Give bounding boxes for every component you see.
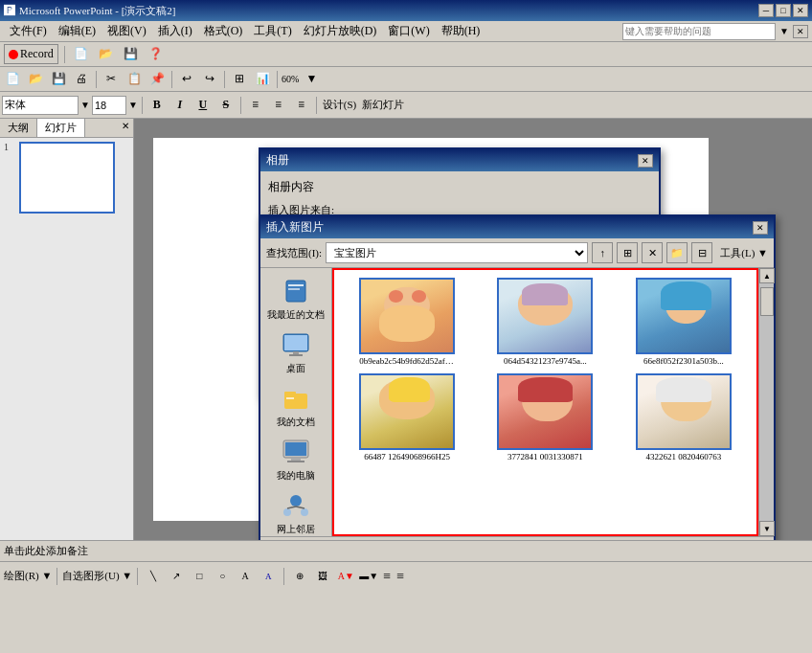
new-tb-button[interactable]: 📄: [2, 69, 23, 90]
dialog-file-close[interactable]: ✕: [753, 221, 768, 235]
tools-menu[interactable]: 工具(L) ▼: [720, 246, 768, 260]
new-folder-button[interactable]: 📁: [666, 242, 688, 263]
svg-rect-6: [289, 354, 303, 356]
view-button[interactable]: ⊟: [691, 242, 712, 263]
undo-button[interactable]: ↩: [176, 69, 197, 90]
menu-window[interactable]: 窗口(W): [382, 21, 435, 41]
nav-back-button[interactable]: ⊞: [617, 242, 638, 263]
svg-rect-1: [288, 284, 304, 286]
draw-menu[interactable]: 绘图(R) ▼: [4, 569, 52, 583]
menu-insert[interactable]: 插入(I): [152, 21, 198, 41]
slide-item-1[interactable]: 1: [4, 142, 129, 214]
maximize-button[interactable]: □: [776, 4, 791, 17]
file-item-2[interactable]: 064d54321237e9745a...: [480, 278, 610, 366]
cut-button[interactable]: ✂: [101, 69, 122, 90]
diagram-tool[interactable]: ⊕: [289, 566, 310, 587]
close-button[interactable]: ✕: [793, 4, 808, 17]
nav-up-button[interactable]: ↑: [592, 242, 613, 263]
clipart-tool[interactable]: 🖼: [312, 566, 333, 587]
slide-preview-1[interactable]: [19, 142, 115, 214]
align-center-button[interactable]: ≡: [268, 96, 289, 115]
format-toolbar: ▼ ▼ B I U S ≡ ≡ ≡ 设计(S) 新幻灯片: [0, 92, 812, 119]
mycomp-label: 我的电脑: [277, 469, 315, 483]
redo-button[interactable]: ↪: [199, 69, 220, 90]
delete-button[interactable]: ✕: [642, 242, 663, 263]
new-file-button[interactable]: 📄: [71, 44, 92, 65]
file-item-4[interactable]: 66487 12649068966H25: [342, 373, 472, 462]
chart-button[interactable]: 📊: [252, 69, 273, 90]
underline-button[interactable]: U: [192, 96, 214, 115]
location-select[interactable]: 宝宝图片: [326, 242, 588, 263]
scroll-up-arrow[interactable]: ▲: [759, 268, 775, 283]
autoshapes-menu[interactable]: 自选图形(U) ▼: [62, 569, 132, 583]
file-name-3: 66e8f052f2301a503b...: [643, 356, 724, 366]
align-tool[interactable]: ≡: [383, 569, 391, 584]
mydocs-label: 我的文档: [277, 416, 315, 429]
minimize-button[interactable]: ─: [758, 4, 774, 17]
menu-edit[interactable]: 编辑(E): [53, 21, 102, 41]
sidebar-network[interactable]: 网上邻居: [277, 490, 315, 536]
strike-button[interactable]: S: [215, 96, 237, 115]
help-close-button[interactable]: ✕: [793, 25, 808, 38]
font-name-input[interactable]: [2, 96, 79, 115]
menu-slideshow[interactable]: 幻灯片放映(D): [298, 21, 383, 41]
svg-rect-9: [286, 397, 294, 399]
menu-help[interactable]: 帮助(H): [436, 21, 486, 41]
paste-button[interactable]: 📌: [147, 69, 168, 90]
dialog-album-title-text: 相册: [266, 152, 289, 169]
oval-tool[interactable]: ○: [212, 566, 233, 587]
vertical-scrollbar[interactable]: ▲ ▼: [758, 268, 774, 536]
save-button[interactable]: 💾: [121, 44, 142, 65]
file-item-5[interactable]: 3772841 0031330871: [480, 373, 610, 462]
save-tb-button[interactable]: 💾: [48, 69, 69, 90]
line-tool[interactable]: ╲: [143, 566, 164, 587]
menu-tools[interactable]: 工具(T): [248, 21, 297, 41]
line-color-tool[interactable]: ▬▼: [358, 566, 379, 587]
scroll-down-arrow[interactable]: ▼: [759, 521, 775, 536]
table-button[interactable]: ⊞: [229, 69, 250, 90]
help-search-input[interactable]: [622, 23, 776, 40]
sidebar-mydocs[interactable]: 我的文档: [277, 383, 315, 429]
menu-file[interactable]: 文件(F): [4, 21, 53, 41]
scroll-track[interactable]: [759, 283, 774, 521]
menu-view[interactable]: 视图(V): [102, 21, 152, 41]
copy-button[interactable]: 📋: [124, 69, 145, 90]
file-item-6[interactable]: 4322621 0820460763: [619, 373, 749, 462]
svg-point-14: [290, 495, 302, 507]
file-item-3[interactable]: 66e8f052f2301a503b...: [619, 278, 749, 366]
align-right-button[interactable]: ≡: [291, 96, 312, 115]
file-grid[interactable]: 0b9eab2c54b9fd62d52af 1fa 064d54321237e9…: [332, 268, 758, 536]
bold-button[interactable]: B: [147, 96, 168, 115]
rect-tool[interactable]: □: [189, 566, 210, 587]
zoom-dropdown[interactable]: ▼: [301, 69, 322, 90]
draw-sep: [56, 568, 57, 585]
arrow-tool[interactable]: ↗: [166, 566, 187, 587]
dialog-album-close[interactable]: ✕: [638, 154, 653, 168]
fmt-sep2: [240, 97, 241, 114]
open-tb-button[interactable]: 📂: [25, 69, 46, 90]
tab-outline[interactable]: 大纲: [0, 119, 37, 137]
font-size-input[interactable]: [92, 96, 126, 115]
italic-button[interactable]: I: [169, 96, 191, 115]
file-item-1[interactable]: 0b9eab2c54b9fd62d52af 1fa: [342, 278, 472, 366]
text-tool[interactable]: A: [235, 566, 256, 587]
album-section-title: 相册内容: [268, 179, 651, 195]
fill-color-tool[interactable]: A▼: [335, 566, 356, 587]
panel-close-icon[interactable]: ✕: [118, 119, 133, 137]
help-icon-button[interactable]: ❓: [146, 44, 167, 65]
sidebar-desktop[interactable]: 桌面: [281, 329, 311, 375]
record-button[interactable]: Record: [4, 44, 58, 64]
align-left-button[interactable]: ≡: [245, 96, 266, 115]
slide-thumbnail-panel[interactable]: 1: [0, 138, 133, 540]
distribute-tool[interactable]: ≡: [396, 569, 404, 584]
help-search-label: ▼: [779, 26, 789, 36]
svg-line-17: [287, 507, 296, 508]
tab-slides[interactable]: 幻灯片: [37, 119, 85, 137]
open-button[interactable]: 📂: [96, 44, 117, 65]
sidebar-mycomp[interactable]: 我的电脑: [277, 437, 315, 483]
menu-format[interactable]: 格式(O): [198, 21, 249, 41]
print-button[interactable]: 🖨: [71, 69, 92, 90]
sidebar-recent[interactable]: 我最近的文档: [267, 276, 325, 322]
scroll-thumb[interactable]: [760, 287, 774, 316]
wordart-tool[interactable]: A: [258, 566, 279, 587]
